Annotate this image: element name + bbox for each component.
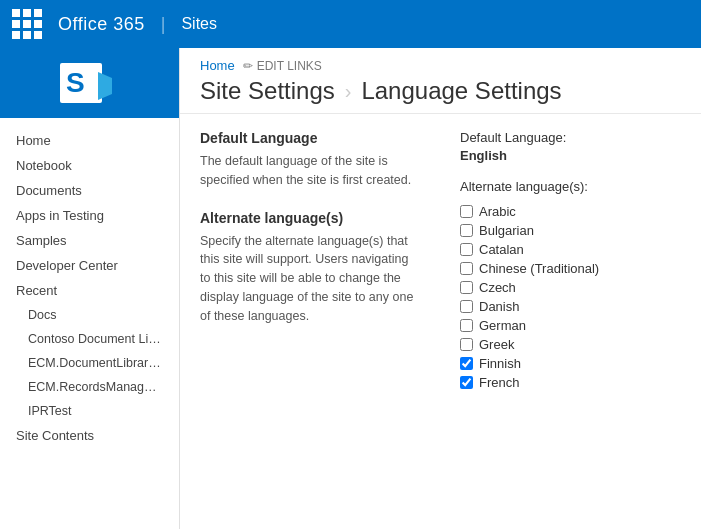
content-area: Home ✏ EDIT LINKS Site Settings › Langua…: [180, 48, 701, 529]
sidebar-nav: HomeNotebookDocumentsApps in TestingSamp…: [0, 118, 179, 529]
default-language-value: English: [460, 148, 681, 163]
language-checkbox-row: Catalan: [460, 240, 681, 259]
main-container: S HomeNotebookDocumentsApps in TestingSa…: [0, 48, 701, 529]
language-checkbox-row: Danish: [460, 297, 681, 316]
app-launcher-button[interactable]: [12, 9, 42, 39]
language-name: Finnish: [479, 356, 521, 371]
language-checkboxes-list: ArabicBulgarianCatalanChinese (Tradition…: [460, 202, 681, 392]
sidebar-nav-item[interactable]: ECM.RecordsManagement: [0, 375, 179, 399]
language-checkbox[interactable]: [460, 262, 473, 275]
language-name: German: [479, 318, 526, 333]
breadcrumb-home-link[interactable]: Home: [200, 58, 235, 73]
alternate-language-section-desc: Specify the alternate language(s) that t…: [200, 232, 420, 326]
sidebar-nav-item[interactable]: Docs: [0, 303, 179, 327]
settings-body: Default Language The default language of…: [180, 114, 701, 408]
sidebar-nav-item[interactable]: Recent: [0, 278, 179, 303]
language-name: Arabic: [479, 204, 516, 219]
sidebar-nav-item[interactable]: Apps in Testing: [0, 203, 179, 228]
page-title: Site Settings › Language Settings: [200, 77, 681, 105]
sidebar-nav-item[interactable]: Samples: [0, 228, 179, 253]
language-checkbox-row: Bulgarian: [460, 221, 681, 240]
topbar-subtitle: Sites: [181, 15, 217, 33]
page-title-arrow: ›: [345, 80, 352, 103]
language-checkbox[interactable]: [460, 338, 473, 351]
default-language-section-desc: The default language of the site is spec…: [200, 152, 420, 190]
sidebar-nav-item[interactable]: Developer Center: [0, 253, 179, 278]
page-title-left: Site Settings: [200, 77, 335, 105]
alternate-languages-label: Alternate language(s):: [460, 179, 681, 194]
topbar-title: Office 365: [58, 14, 145, 35]
language-name: Catalan: [479, 242, 524, 257]
language-checkbox-row: Finnish: [460, 354, 681, 373]
default-language-section-title: Default Language: [200, 130, 420, 146]
language-checkbox[interactable]: [460, 357, 473, 370]
language-checkbox[interactable]: [460, 376, 473, 389]
language-checkbox-row: German: [460, 316, 681, 335]
sidebar-nav-item[interactable]: Documents: [0, 178, 179, 203]
sidebar-nav-item[interactable]: Notebook: [0, 153, 179, 178]
language-checkbox[interactable]: [460, 281, 473, 294]
sidebar: S HomeNotebookDocumentsApps in TestingSa…: [0, 48, 180, 529]
language-checkbox-row: Greek: [460, 335, 681, 354]
language-checkbox-row: Arabic: [460, 202, 681, 221]
language-checkbox-row: Chinese (Traditional): [460, 259, 681, 278]
breadcrumb: Home ✏ EDIT LINKS: [200, 58, 681, 73]
topbar: Office 365 | Sites: [0, 0, 701, 48]
sidebar-nav-item[interactable]: Home: [0, 128, 179, 153]
svg-text:S: S: [66, 67, 85, 98]
language-checkbox[interactable]: [460, 224, 473, 237]
language-checkbox-row: French: [460, 373, 681, 392]
page-title-right: Language Settings: [361, 77, 561, 105]
language-name: Danish: [479, 299, 519, 314]
sidebar-nav-item[interactable]: Site Contents: [0, 423, 179, 448]
pencil-icon: ✏: [243, 59, 253, 73]
language-checkbox[interactable]: [460, 243, 473, 256]
sidebar-nav-item[interactable]: IPRTest: [0, 399, 179, 423]
language-name: Greek: [479, 337, 514, 352]
language-checkbox[interactable]: [460, 205, 473, 218]
svg-marker-2: [98, 72, 112, 100]
settings-controls: Default Language: English Alternate lang…: [460, 130, 681, 392]
sharepoint-logo: S: [60, 58, 120, 108]
default-language-label: Default Language:: [460, 130, 681, 145]
alternate-language-section-title: Alternate language(s): [200, 210, 420, 226]
language-name: French: [479, 375, 519, 390]
language-name: Bulgarian: [479, 223, 534, 238]
sidebar-nav-item[interactable]: ECM.DocumentLibraries: [0, 351, 179, 375]
sidebar-nav-item[interactable]: Contoso Document Library: [0, 327, 179, 351]
language-checkbox[interactable]: [460, 319, 473, 332]
content-header: Home ✏ EDIT LINKS Site Settings › Langua…: [180, 48, 701, 114]
language-name: Czech: [479, 280, 516, 295]
sidebar-logo: S: [0, 48, 179, 118]
language-name: Chinese (Traditional): [479, 261, 599, 276]
edit-links-button[interactable]: ✏ EDIT LINKS: [243, 59, 322, 73]
topbar-divider: |: [161, 14, 166, 35]
language-checkbox[interactable]: [460, 300, 473, 313]
settings-descriptions: Default Language The default language of…: [200, 130, 420, 392]
language-checkbox-row: Czech: [460, 278, 681, 297]
